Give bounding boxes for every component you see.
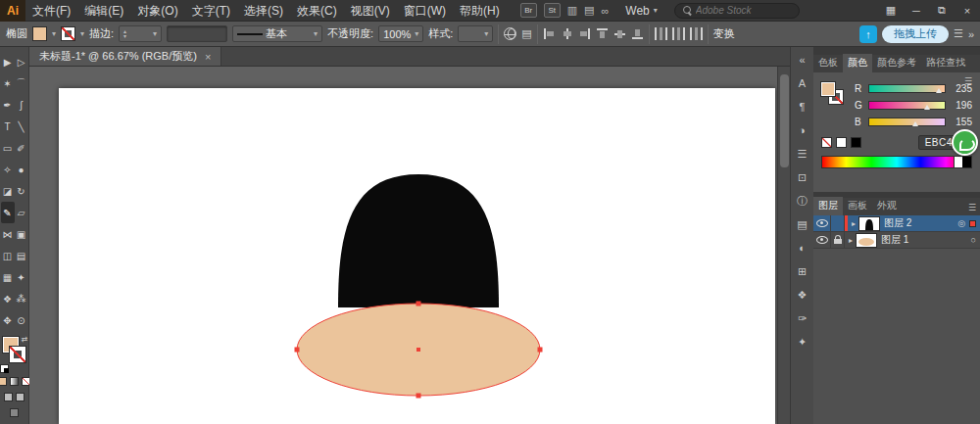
artboard[interactable] bbox=[59, 88, 775, 424]
distribute-vertical-icon[interactable] bbox=[690, 27, 703, 40]
document-tab[interactable]: 未标题-1* @ 66.67% (RGB/预览) × bbox=[29, 47, 221, 66]
width-tool[interactable]: ⋈ bbox=[1, 223, 15, 245]
menu-help[interactable]: 帮助(H) bbox=[453, 0, 507, 22]
stepper-arrows-icon[interactable]: ▴▾ bbox=[123, 29, 126, 39]
drag-upload-button[interactable]: 拖拽上传 bbox=[882, 25, 949, 43]
tab-layers[interactable]: 图层 bbox=[813, 197, 843, 215]
align-middle-icon[interactable] bbox=[613, 27, 626, 40]
screen-mode-button[interactable] bbox=[10, 408, 19, 417]
eyedropper-tool[interactable]: ✦ bbox=[15, 266, 28, 288]
rotate-tool[interactable]: ↻ bbox=[15, 180, 28, 202]
distribute-center-icon[interactable] bbox=[672, 27, 685, 40]
stroke-color-dropdown[interactable] bbox=[61, 26, 75, 41]
restore-button[interactable]: ⧉ bbox=[929, 0, 955, 22]
visibility-cell[interactable] bbox=[813, 232, 831, 248]
chevron-down-icon[interactable]: ▾ bbox=[153, 29, 157, 38]
brush-definition-dropdown[interactable]: 基本 ▾ bbox=[232, 25, 322, 42]
direct-selection-tool[interactable]: ▷ bbox=[15, 51, 28, 72]
eye-icon[interactable] bbox=[816, 235, 828, 245]
mesh-tool[interactable]: ▦ bbox=[1, 266, 15, 288]
magic-wand-tool[interactable]: ✶ bbox=[1, 72, 15, 94]
blob-brush-tool[interactable]: ● bbox=[15, 159, 28, 180]
menu-edit[interactable]: 编辑(E) bbox=[77, 0, 130, 22]
hand-tool[interactable]: ✥ bbox=[1, 309, 15, 331]
align-left-icon[interactable] bbox=[543, 27, 556, 40]
anchor-point[interactable] bbox=[416, 302, 421, 306]
slider-thumb[interactable] bbox=[912, 121, 918, 126]
anchor-point[interactable] bbox=[416, 394, 421, 399]
tab-pathfinder[interactable]: 路径查找 bbox=[921, 54, 970, 72]
black-swatch[interactable] bbox=[851, 137, 861, 148]
color-mode-button[interactable] bbox=[0, 377, 7, 386]
center-point[interactable] bbox=[416, 348, 420, 352]
lock-icon[interactable] bbox=[834, 239, 842, 244]
eraser-tool[interactable]: ◪ bbox=[1, 180, 15, 202]
align-right-icon[interactable] bbox=[578, 27, 591, 40]
color-spectrum-bar[interactable] bbox=[821, 156, 972, 168]
shaper-tool[interactable]: ✧ bbox=[1, 159, 15, 180]
character-panel-icon[interactable]: A bbox=[793, 76, 812, 90]
stock-search[interactable] bbox=[674, 3, 800, 19]
menu-view[interactable]: 视图(V) bbox=[344, 0, 397, 22]
paragraph-panel-icon[interactable]: ¶ bbox=[793, 100, 812, 114]
tab-color[interactable]: 颜色 bbox=[843, 54, 872, 72]
pathfinder-panel-icon[interactable]: ❖ bbox=[793, 288, 812, 302]
stroke-weight-stepper[interactable]: ▴▾ ▾ bbox=[119, 25, 162, 42]
expand-arrow-icon[interactable]: ▸ bbox=[848, 219, 859, 228]
layers-panel-icon[interactable]: ▤ bbox=[793, 217, 812, 231]
arrange-documents-icon[interactable]: ▦ bbox=[878, 0, 904, 22]
visibility-cell[interactable] bbox=[813, 215, 831, 231]
white-swatch[interactable] bbox=[836, 137, 847, 148]
shape-builder-tool[interactable]: ◫ bbox=[1, 245, 15, 266]
gradient-mode-button[interactable] bbox=[10, 377, 19, 386]
pencil-tool[interactable]: ✎ bbox=[1, 202, 15, 223]
black-spectrum-swatch[interactable] bbox=[962, 157, 971, 167]
tab-swatches[interactable]: 色板 bbox=[813, 54, 843, 72]
grid-icon[interactable]: ▥ bbox=[567, 4, 577, 17]
rectangle-tool[interactable]: ▭ bbox=[1, 137, 15, 159]
stroke-panel-icon[interactable]: ☰ bbox=[793, 147, 812, 161]
link-icon[interactable]: ∞ bbox=[601, 5, 609, 17]
style-dropdown[interactable]: ▾ bbox=[458, 25, 493, 42]
collapse-panels-icon[interactable]: « bbox=[793, 53, 812, 67]
recolor-artwork-icon[interactable] bbox=[504, 27, 516, 40]
transform-panel-icon[interactable]: ⊡ bbox=[793, 170, 812, 184]
app-logo[interactable]: Ai bbox=[0, 0, 25, 22]
blue-slider[interactable] bbox=[868, 118, 946, 126]
search-input[interactable] bbox=[696, 5, 778, 16]
stroke-color-swatch[interactable] bbox=[10, 347, 25, 362]
red-slider[interactable] bbox=[868, 84, 946, 93]
layer-thumbnail[interactable] bbox=[859, 217, 879, 230]
symbol-sprayer-tool[interactable]: ⁂ bbox=[15, 288, 28, 309]
bridge-icon[interactable]: Br bbox=[520, 3, 537, 18]
expand-arrow-icon[interactable]: ▸ bbox=[845, 236, 857, 245]
default-fill-stroke-icon[interactable] bbox=[1, 365, 8, 372]
menu-effect[interactable]: 效果(C) bbox=[290, 0, 344, 22]
opacity-dropdown[interactable]: 100% ▾ bbox=[378, 25, 423, 42]
type-tool[interactable]: T bbox=[1, 116, 15, 137]
chevron-down-icon[interactable]: ▾ bbox=[80, 29, 84, 38]
selection-tool[interactable]: ▶ bbox=[1, 51, 15, 72]
stock-icon[interactable]: St bbox=[544, 3, 561, 18]
draw-behind-button[interactable] bbox=[16, 393, 24, 401]
fill-color-dropdown[interactable] bbox=[32, 26, 47, 41]
free-transform-tool[interactable]: ▣ bbox=[15, 223, 28, 245]
fill-swatch[interactable] bbox=[821, 82, 835, 96]
floating-chat-button[interactable] bbox=[952, 129, 978, 156]
minimize-button[interactable]: ─ bbox=[904, 0, 929, 22]
lock-cell[interactable] bbox=[831, 232, 845, 248]
green-slider[interactable] bbox=[868, 101, 946, 110]
tab-appearance[interactable]: 外观 bbox=[872, 197, 902, 215]
chevron-down-icon[interactable]: ▾ bbox=[52, 29, 56, 38]
fill-stroke-indicator[interactable] bbox=[821, 82, 847, 108]
none-swatch[interactable] bbox=[821, 137, 832, 148]
lasso-tool[interactable]: ⌒ bbox=[15, 72, 28, 94]
swap-fill-stroke-icon[interactable]: ⇄ bbox=[22, 335, 28, 344]
layer-thumbnail[interactable] bbox=[857, 234, 876, 247]
menu-icon[interactable]: ☰ bbox=[954, 27, 963, 40]
menu-window[interactable]: 窗口(W) bbox=[397, 0, 453, 22]
scrollbar-thumb[interactable] bbox=[780, 74, 789, 167]
symbols-panel-icon[interactable]: ✦ bbox=[793, 335, 812, 349]
zoom-tool[interactable]: ⊙ bbox=[15, 309, 28, 331]
pen-tool[interactable]: ✒ bbox=[1, 94, 15, 116]
